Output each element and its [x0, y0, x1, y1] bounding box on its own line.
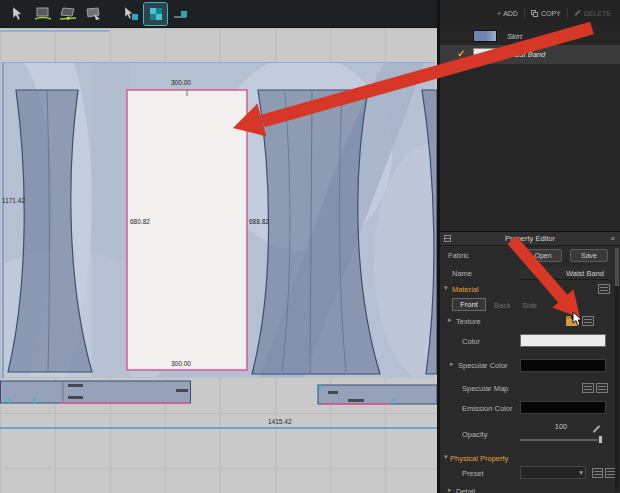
- specular-map-slot-icon-1[interactable]: [582, 383, 594, 393]
- texture-checker-icon: [149, 7, 163, 21]
- strip-right-dim-mark-bottom: [348, 399, 364, 402]
- dim-label-top-width: 300.00: [171, 80, 191, 87]
- check-icon: ✓: [457, 48, 465, 59]
- strip-left-dim-mark-bottom: [68, 396, 83, 399]
- material-section-header[interactable]: Material: [452, 285, 479, 294]
- notch-cyan-1: [8, 398, 10, 403]
- dim-label-left-height: 680.82: [130, 219, 150, 226]
- pattern-pieces-layer: [0, 28, 437, 493]
- transform-texture-tool[interactable]: [119, 3, 142, 25]
- opacity-slider-handle[interactable]: [598, 435, 603, 444]
- notch-cyan-4: [393, 399, 395, 404]
- color-swatch[interactable]: [520, 334, 606, 347]
- pattern-piece-strip-left[interactable]: [1, 381, 191, 403]
- tab-side[interactable]: Side: [522, 301, 537, 310]
- edit-texture-tool[interactable]: [144, 3, 167, 25]
- pattern-piece-strip-right[interactable]: [318, 385, 437, 404]
- chevron-right-icon[interactable]: ▸: [448, 316, 452, 324]
- menu-icon[interactable]: ≡: [611, 232, 615, 246]
- preset-dropdown[interactable]: ▾: [520, 466, 586, 479]
- physical-property-section-header[interactable]: Physical Property: [450, 454, 508, 463]
- opacity-slider-track[interactable]: [520, 439, 602, 441]
- specular-map-label: Specular Map: [462, 384, 508, 393]
- toolbar-separator: [567, 8, 568, 18]
- material-options-icon[interactable]: [598, 284, 610, 294]
- fabric-list-item-skirt[interactable]: Skirt: [440, 27, 620, 45]
- open-button[interactable]: Open: [524, 249, 562, 262]
- edit-curve-point-icon: [84, 6, 102, 22]
- edit-pattern-tool[interactable]: [31, 3, 54, 25]
- copy-fabric-button[interactable]: COPY: [527, 8, 565, 19]
- name-input[interactable]: Waist Band: [520, 267, 608, 280]
- opacity-value[interactable]: 100: [520, 422, 602, 431]
- chevron-down-icon[interactable]: ▾: [444, 284, 448, 292]
- edit-curvature-tool[interactable]: [56, 3, 79, 25]
- texture-label: Texture: [456, 317, 481, 326]
- pattern-piece-partial-right[interactable]: [422, 90, 437, 374]
- guide-label-bottom-total: 1415.42: [268, 419, 292, 426]
- dim-label-panel-height: 688.82: [249, 219, 269, 226]
- name-label: Name: [452, 269, 472, 278]
- fabric-thumbnail: [473, 30, 497, 42]
- scrollbar-thumb[interactable]: [615, 248, 619, 286]
- pattern-piece-left-panel[interactable]: [8, 90, 92, 372]
- specular-color-label: Specular Color: [458, 361, 508, 370]
- add-fabric-button[interactable]: + ADD: [493, 8, 522, 19]
- tab-back[interactable]: Back: [494, 301, 511, 310]
- specular-color-swatch[interactable]: [520, 359, 606, 372]
- detail-section-header[interactable]: Detail: [456, 487, 475, 493]
- preset-open-icon[interactable]: [592, 468, 603, 478]
- cursor-texture-icon: [122, 6, 140, 22]
- chevron-right-icon[interactable]: ▸: [448, 486, 452, 493]
- ruler-label-left-total: 1171.42: [2, 198, 25, 205]
- notch-cyan-2: [34, 398, 36, 403]
- pattern-piece-waistband-selected[interactable]: [127, 90, 247, 370]
- copy-icon: [531, 10, 538, 17]
- adjust-grainline-tool[interactable]: [169, 3, 192, 25]
- app-window: 300.00 680.82 688.82 300.00 1171.42 1415…: [0, 0, 620, 493]
- property-editor-titlebar[interactable]: Property Editor ≡: [440, 232, 620, 246]
- 2d-toolbar: [0, 0, 437, 28]
- emission-color-swatch[interactable]: [520, 401, 606, 414]
- strip-left-dim-mark-top: [68, 384, 83, 387]
- strip-left-dim-mark-end: [176, 389, 188, 392]
- notch-cyan-3: [319, 385, 321, 390]
- color-label: Color: [462, 337, 480, 346]
- save-button[interactable]: Save: [570, 249, 608, 262]
- mouse-cursor: [572, 312, 584, 327]
- cursor-arrow-icon: [10, 6, 26, 22]
- opacity-label: Opacity: [462, 430, 487, 439]
- right-panel: + ADD COPY DELETE Skirt ✓ Waist Band: [440, 0, 620, 493]
- property-editor: Property Editor ≡ Fabric Open Save Name …: [440, 231, 620, 493]
- emission-color-label: Emission Color: [462, 404, 512, 413]
- chevron-down-icon: ▾: [579, 467, 583, 479]
- transform-pattern-tool[interactable]: [6, 3, 29, 25]
- edit-curvature-icon: [59, 6, 77, 22]
- tab-front[interactable]: Front: [452, 298, 486, 311]
- property-editor-title: Property Editor: [505, 234, 555, 243]
- edit-pencil-icon[interactable]: [592, 424, 601, 433]
- pattern-2d-view[interactable]: 300.00 680.82 688.82 300.00 1171.42 1415…: [0, 28, 437, 493]
- fabric-label: Fabric: [448, 251, 469, 260]
- chevron-right-icon[interactable]: ▸: [450, 360, 454, 368]
- strip-right-dim-mark-top: [328, 391, 338, 394]
- fabric-list-item-waistband[interactable]: ✓ Waist Band: [440, 45, 620, 64]
- delete-icon: [574, 10, 580, 16]
- plus-icon: +: [497, 10, 501, 17]
- object-browser-toolbar: + ADD COPY DELETE: [440, 0, 620, 26]
- grainline-icon: [172, 6, 190, 22]
- fabric-thumbnail: [473, 48, 497, 60]
- preset-label: Preset: [462, 469, 484, 478]
- edit-pattern-icon: [34, 6, 52, 22]
- delete-fabric-button[interactable]: DELETE: [570, 8, 615, 19]
- toolbar-separator: [524, 8, 525, 18]
- pattern-piece-right-panel[interactable]: [252, 90, 380, 374]
- scrollbar[interactable]: [615, 248, 619, 492]
- specular-map-slot-icon-2[interactable]: [596, 383, 608, 393]
- edit-curve-point-tool[interactable]: [81, 3, 104, 25]
- panel-icon: [444, 235, 451, 242]
- dim-label-bottom-width: 300.00: [171, 361, 191, 368]
- chevron-down-icon[interactable]: ▾: [444, 453, 448, 461]
